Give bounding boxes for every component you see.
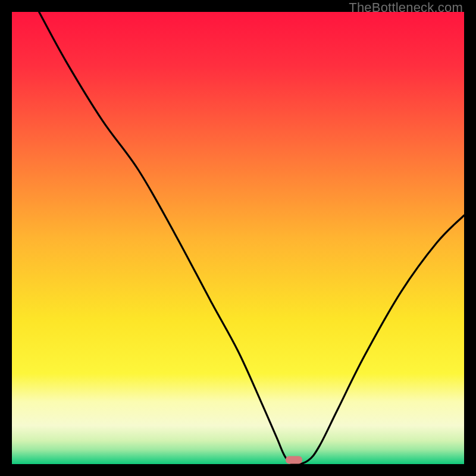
plot-area	[12, 12, 464, 464]
optimal-point-marker	[286, 456, 302, 464]
bottleneck-curve	[12, 12, 464, 464]
watermark-text: TheBottleneck.com	[349, 0, 463, 15]
outer-frame: TheBottleneck.com	[0, 0, 476, 476]
